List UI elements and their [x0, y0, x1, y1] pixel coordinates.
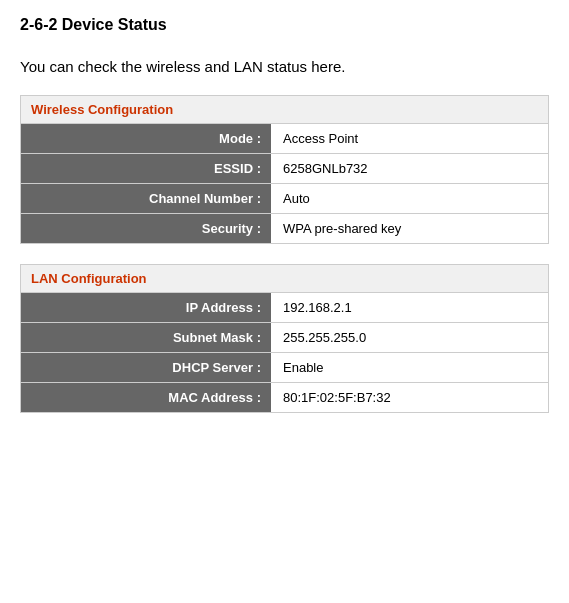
wireless-section-header: Wireless Configuration	[21, 96, 548, 124]
wireless-section: Wireless Configuration Mode : Access Poi…	[20, 95, 549, 244]
wireless-value-0: Access Point	[271, 124, 548, 154]
wireless-label-1: ESSID :	[21, 154, 271, 184]
lan-row-2: DHCP Server : Enable	[21, 353, 548, 383]
lan-section-header: LAN Configuration	[21, 265, 548, 293]
lan-value-3: 80:1F:02:5F:B7:32	[271, 383, 548, 413]
wireless-value-1: 6258GNLb732	[271, 154, 548, 184]
wireless-row-3: Security : WPA pre-shared key	[21, 214, 548, 244]
wireless-row-2: Channel Number : Auto	[21, 184, 548, 214]
wireless-label-3: Security :	[21, 214, 271, 244]
wireless-config-table: Mode : Access Point ESSID : 6258GNLb732 …	[21, 124, 548, 243]
wireless-value-2: Auto	[271, 184, 548, 214]
lan-value-1: 255.255.255.0	[271, 323, 548, 353]
lan-label-2: DHCP Server :	[21, 353, 271, 383]
lan-row-3: MAC Address : 80:1F:02:5F:B7:32	[21, 383, 548, 413]
lan-label-1: Subnet Mask :	[21, 323, 271, 353]
wireless-row-0: Mode : Access Point	[21, 124, 548, 154]
page-title: 2-6-2 Device Status	[20, 16, 549, 34]
wireless-label-0: Mode :	[21, 124, 271, 154]
wireless-value-3: WPA pre-shared key	[271, 214, 548, 244]
wireless-row-1: ESSID : 6258GNLb732	[21, 154, 548, 184]
lan-value-2: Enable	[271, 353, 548, 383]
lan-section: LAN Configuration IP Address : 192.168.2…	[20, 264, 549, 413]
lan-label-0: IP Address :	[21, 293, 271, 323]
lan-row-1: Subnet Mask : 255.255.255.0	[21, 323, 548, 353]
wireless-label-2: Channel Number :	[21, 184, 271, 214]
lan-value-0: 192.168.2.1	[271, 293, 548, 323]
lan-label-3: MAC Address :	[21, 383, 271, 413]
page-description: You can check the wireless and LAN statu…	[20, 58, 549, 75]
lan-row-0: IP Address : 192.168.2.1	[21, 293, 548, 323]
lan-config-table: IP Address : 192.168.2.1 Subnet Mask : 2…	[21, 293, 548, 412]
